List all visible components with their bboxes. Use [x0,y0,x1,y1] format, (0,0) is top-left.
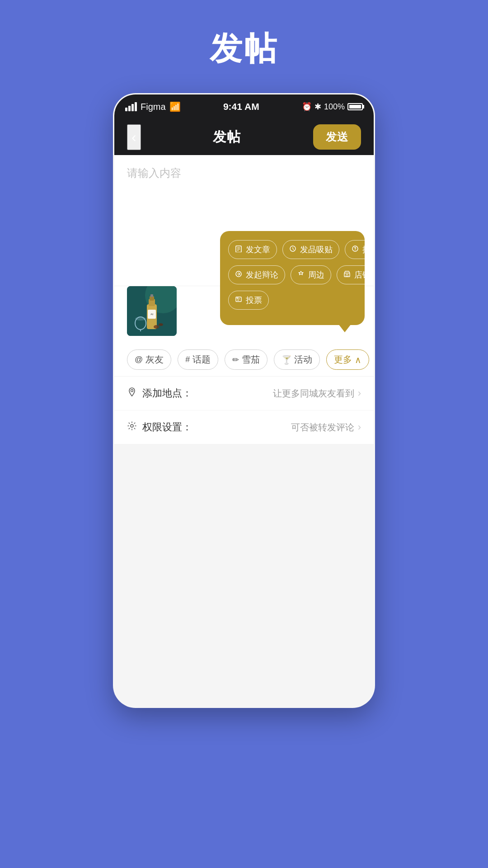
tag-topic[interactable]: # 话题 [178,349,218,370]
popup-menu: 发文章 发品吸贴 提问题 [220,231,365,325]
tag-activity-label: 活动 [294,354,312,366]
popup-label-store: 店铺 [354,269,371,280]
chevron-right-location-icon: › [358,387,361,399]
tag-cigar[interactable]: ✏ 雪茄 [225,349,267,370]
settings-permission-label: 权限设置： [142,420,192,434]
settings-location-desc: 让更多同城灰友看到 [273,387,354,400]
svg-point-5 [355,250,355,250]
promo-icon [289,245,296,255]
at-icon: @ [135,355,143,364]
chevron-right-permission-icon: › [358,421,361,433]
tag-friends[interactable]: @ 灰友 [127,349,171,370]
nav-title: 发帖 [213,128,241,146]
tag-activity[interactable]: 🍸 活动 [274,349,320,370]
settings-location-left: 添加地点： [127,387,192,400]
battery-icon [347,103,363,110]
cocktail-icon: 🍸 [282,355,291,365]
nav-bar: ‹ 发帖 发送 [114,119,374,155]
status-bar: Figma 📶 9:41 AM ⏰ ✱ 100% [114,94,374,119]
settings-permission-left: 权限设置： [127,420,192,434]
page-title: 发帖 [210,27,278,71]
tag-topic-label: 话题 [192,354,211,366]
popup-label-vote: 投票 [246,295,262,306]
popup-item-promo[interactable]: 发品吸贴 [282,240,339,259]
svg-rect-17 [150,294,153,297]
wifi-icon: 📶 [169,101,181,112]
bottom-area [114,444,374,707]
carrier-label: Figma [141,102,166,112]
content-area: 请输入内容 发文章 发品吸贴 [114,155,374,707]
debate-icon [235,270,242,280]
popup-item-store[interactable]: 店铺 [337,265,375,284]
popup-row-2: 发起辩论 周边 店铺 [228,265,357,284]
battery-label: 100% [324,102,345,112]
settings-location-right: 让更多同城灰友看到 › [273,387,361,400]
settings-area: 添加地点： 让更多同城灰友看到 › 权限设置： [114,377,374,444]
location-icon [127,387,137,400]
svg-point-21 [135,317,146,321]
settings-permission-right: 可否被转发评论 › [291,421,361,434]
popup-row-3: 投票 [228,291,357,310]
popup-label-article: 发文章 [246,244,270,255]
hash-icon: # [185,355,190,364]
signal-bars-icon [125,102,137,111]
tag-more-label: 更多 [334,354,352,366]
time-label: 9:41 AM [223,101,259,112]
svg-rect-8 [346,274,348,277]
chevron-up-icon: ∧ [355,354,361,365]
tag-more[interactable]: 更多 ∧ [326,349,369,370]
svg-text:Ail: Ail [150,313,153,316]
gear-icon [127,421,137,434]
tags-bar: @ 灰友 # 话题 ✏ 雪茄 🍸 活动 更多 ∧ [114,343,374,377]
question-icon [352,245,359,255]
popup-label-debate: 发起辩论 [246,269,278,280]
store-icon [343,270,351,280]
image-thumbnail[interactable]: Ail [127,286,177,336]
pen-icon: ✏ [232,355,239,365]
vote-icon [235,296,242,305]
svg-point-23 [154,325,159,329]
svg-point-26 [131,425,133,427]
svg-rect-7 [344,273,350,277]
popup-row-1: 发文章 发品吸贴 提问题 [228,240,357,259]
popup-label-promo: 发品吸贴 [300,244,333,255]
popup-item-article[interactable]: 发文章 [228,240,277,259]
settings-row-permission[interactable]: 权限设置： 可否被转发评论 › [114,410,374,444]
svg-point-25 [131,390,133,392]
article-icon [235,245,242,255]
popup-item-debate[interactable]: 发起辩论 [228,265,285,284]
phone-frame: Figma 📶 9:41 AM ⏰ ✱ 100% ‹ 发帖 发送 请输入内容 [113,93,375,708]
text-input-area[interactable]: 请输入内容 发文章 发品吸贴 [114,155,374,286]
tag-friends-label: 灰友 [145,354,164,366]
settings-row-location[interactable]: 添加地点： 让更多同城灰友看到 › [114,377,374,410]
popup-item-question[interactable]: 提问题 [345,240,375,259]
send-button[interactable]: 发送 [313,124,361,150]
status-right: ⏰ ✱ 100% [302,102,363,112]
tag-cigar-label: 雪茄 [242,354,260,366]
settings-permission-desc: 可否被转发评论 [291,421,354,434]
svg-point-24 [159,323,163,326]
bluetooth-icon: ✱ [314,102,321,112]
back-button[interactable]: ‹ [127,124,141,150]
popup-item-peripheral[interactable]: 周边 [291,265,331,284]
alarm-icon: ⏰ [302,102,312,112]
status-left: Figma 📶 [125,101,181,112]
popup-item-vote[interactable]: 投票 [228,291,269,310]
popup-label-peripheral: 周边 [308,269,324,280]
popup-label-question: 提问题 [362,244,375,255]
text-placeholder: 请输入内容 [127,167,181,179]
settings-location-label: 添加地点： [142,387,192,400]
peripheral-icon [297,270,305,280]
